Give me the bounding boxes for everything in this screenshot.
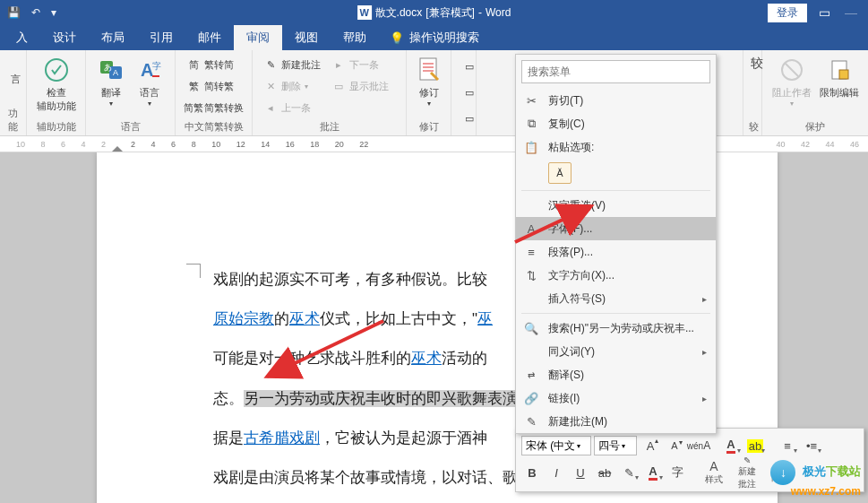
ribbon-opt[interactable]: ▭ xyxy=(460,84,478,102)
menu-new-comment[interactable]: ✎新建批注(M) xyxy=(516,410,716,433)
ribbon: 言 功能 检查 辅助功能 辅助功能 あA 翻译▾ A字 语言▾ 语言 简繁转简 xyxy=(0,50,868,136)
group-label: 批注 xyxy=(258,118,400,134)
new-comment-button[interactable]: ✎新建批注 xyxy=(262,56,322,74)
show-comments-button[interactable]: ▭显示批注 xyxy=(330,78,391,96)
underline-button[interactable]: U xyxy=(570,462,591,483)
delete-comment-button[interactable]: ✕删除 ▾ xyxy=(262,77,322,95)
ribbon-options-icon[interactable]: ▭ xyxy=(814,3,834,22)
convert-icon: 繁 xyxy=(186,79,201,93)
menu-text-direction[interactable]: ⇅文字方向(X)... xyxy=(516,264,716,287)
menu-insert-symbol[interactable]: 插入符号(S)▸ xyxy=(516,287,716,310)
tab-insert[interactable]: 入 xyxy=(4,25,40,50)
indent-button[interactable]: ≡▾ xyxy=(777,435,798,456)
menu-link[interactable]: 🔗链接(I)▸ xyxy=(516,386,716,410)
menu-paragraph[interactable]: ≡段落(P)... xyxy=(516,240,716,264)
title-bar: 💾 ↶ ▾ W 散文.docx [兼容模式] - Word 登录 ▭ — xyxy=(0,0,868,25)
word-logo-icon: W xyxy=(357,5,372,20)
language-icon: A字 xyxy=(135,56,164,84)
char-border-button[interactable]: 字 xyxy=(666,462,688,483)
trad-to-simp-button[interactable]: 简繁转简 xyxy=(185,56,245,74)
link[interactable]: 原始宗教 xyxy=(213,310,274,327)
highlight2-button[interactable]: ✎▾ xyxy=(618,462,640,483)
accessibility-button[interactable]: 检查 辅助功能 xyxy=(32,54,80,118)
ribbon-opt[interactable]: ▭ xyxy=(460,110,478,128)
menu-paste-options[interactable]: 📋粘贴选项: xyxy=(516,135,716,159)
tab-design[interactable]: 设计 xyxy=(40,25,89,50)
font-a-icon: A xyxy=(523,222,539,236)
bold-button[interactable]: B xyxy=(521,462,543,483)
next-icon: ▸ xyxy=(331,57,346,72)
menu-reselect[interactable]: 汉字重选(V) xyxy=(516,194,716,217)
link[interactable]: 巫术 xyxy=(289,310,320,327)
delete-icon: ✕ xyxy=(263,79,278,93)
menu-search-input[interactable] xyxy=(521,60,710,83)
qat-more-icon[interactable]: ▾ xyxy=(51,6,56,19)
selected-text[interactable]: 另一为劳动或庆祝丰收时的即兴歌舞表演， xyxy=(244,390,533,407)
svg-rect-10 xyxy=(839,70,848,79)
minimize-icon[interactable]: — xyxy=(841,3,861,22)
fontcolor2-button[interactable]: A▾ xyxy=(642,462,664,483)
restrict-edit-button[interactable]: 限制编辑 xyxy=(815,54,863,118)
menu-translate[interactable]: ⇄翻译(S) xyxy=(516,363,716,386)
menu-copy[interactable]: ⧉复制(C) xyxy=(516,112,716,135)
tell-me[interactable]: 💡 操作说明搜索 xyxy=(379,25,490,50)
tab-layout[interactable]: 布局 xyxy=(89,25,137,50)
save-icon[interactable]: 💾 xyxy=(7,6,21,19)
prev-comment-button[interactable]: ◂上一条 xyxy=(262,99,322,117)
convert-icon: 简繁 xyxy=(186,100,201,115)
font-size-select[interactable]: 四号▾ xyxy=(594,436,637,455)
link[interactable]: 巫 xyxy=(477,310,493,327)
group-label: 语言 xyxy=(91,118,169,134)
ruler[interactable]: 108642 246810121416182022 40424446 xyxy=(0,136,868,152)
paste-keep-source-icon[interactable]: Ă xyxy=(548,162,572,184)
tab-review[interactable]: 审阅 xyxy=(234,25,282,50)
prev-icon: ◂ xyxy=(263,100,278,115)
convert-icon: 简 xyxy=(186,57,201,72)
ribbon-opt[interactable]: ▭ xyxy=(460,58,478,76)
strike-button[interactable]: ab xyxy=(594,462,615,483)
group-label: 修订 xyxy=(412,118,445,134)
mini-toolbar: 宋体 (中文▾ 四号▾ A▴ A▾ wénA A▾ ab▾ ≡▾ •≡▾ B I… xyxy=(515,428,864,492)
italic-button[interactable]: I xyxy=(546,462,567,483)
font-color-button[interactable]: A▾ xyxy=(720,435,742,456)
track-changes-button[interactable]: 修订▾ xyxy=(412,54,445,118)
menu-cut[interactable]: ✂剪切(T) xyxy=(516,89,716,112)
tab-mailings[interactable]: 邮件 xyxy=(185,25,234,50)
group-label: 功能 xyxy=(5,105,21,134)
tab-help[interactable]: 帮助 xyxy=(331,25,379,50)
next-comment-button[interactable]: ▸下一条 xyxy=(330,56,391,74)
new-comment-mini-button[interactable]: ✎新建 批注 xyxy=(732,455,762,490)
bullets-button[interactable]: •≡▾ xyxy=(801,435,822,456)
menu-font[interactable]: A字体(F)... xyxy=(516,217,716,240)
styles-button[interactable]: A样式 xyxy=(699,459,729,486)
link-icon: 🔗 xyxy=(523,392,539,405)
grow-font-button[interactable]: A▴ xyxy=(640,435,661,456)
spacing-button[interactable]: ⇅间距 xyxy=(765,462,795,484)
tab-references[interactable]: 引用 xyxy=(137,25,185,50)
accessibility-icon xyxy=(42,56,71,84)
shrink-font-button[interactable]: A▾ xyxy=(664,435,685,456)
bulb-icon: 💡 xyxy=(390,31,404,45)
chevron-right-icon: ▸ xyxy=(702,394,707,403)
search-icon: 🔍 xyxy=(523,322,539,335)
login-button[interactable]: 登录 xyxy=(768,4,807,22)
menu-search[interactable]: 🔍搜索(H)"另一为劳动或庆祝丰... xyxy=(516,317,716,340)
phonetic-button[interactable]: wénA xyxy=(688,435,709,456)
convert-button[interactable]: 简繁简繁转换 xyxy=(185,99,245,117)
translate-button[interactable]: あA 翻译▾ xyxy=(91,54,131,118)
ribbon-partial[interactable]: 言 xyxy=(9,71,22,88)
tab-view[interactable]: 视图 xyxy=(282,25,331,50)
highlight-button[interactable]: ab▾ xyxy=(744,435,766,456)
block-authors-button[interactable]: 阻止作者▾ xyxy=(768,54,815,118)
link[interactable]: 古希腊戏剧 xyxy=(244,429,320,447)
link[interactable]: 巫术 xyxy=(411,350,442,367)
font-name-select[interactable]: 宋体 (中文▾ xyxy=(521,436,591,455)
undo-icon[interactable]: ↶ xyxy=(31,6,40,19)
language-button[interactable]: A字 语言▾ xyxy=(131,54,170,118)
ribbon-tabs: 入 设计 布局 引用 邮件 审阅 视图 帮助 💡 操作说明搜索 xyxy=(0,25,868,50)
menu-synonym[interactable]: 同义词(Y)▸ xyxy=(516,340,716,363)
comment-add-icon: ✎ xyxy=(263,57,278,72)
simp-to-trad-button[interactable]: 繁简转繁 xyxy=(185,77,245,95)
copy-icon: ⧉ xyxy=(523,117,539,131)
group-label: 辅助功能 xyxy=(32,118,80,134)
